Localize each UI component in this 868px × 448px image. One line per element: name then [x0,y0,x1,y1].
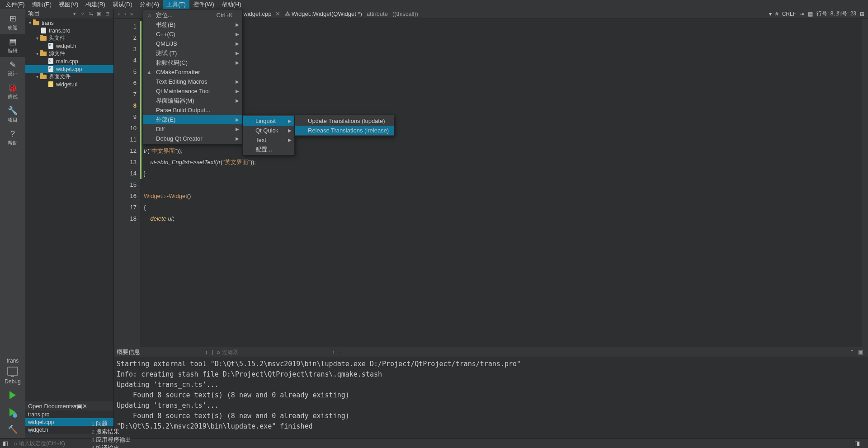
search-icon[interactable]: ⌕ [217,349,220,355]
mode-帮助[interactable]: ?帮助 [0,126,25,149]
run-debug-button[interactable] [9,408,16,416]
status-tab[interactable]: 3应用程序输出 [91,436,131,444]
menu-item[interactable]: 界面编辑器(M)▶ [143,96,242,105]
menu-5[interactable]: 分析(A) [136,0,163,9]
dropdown-icon[interactable]: ▾ [769,11,772,17]
menu-2[interactable]: 视图(V) [55,0,82,9]
menu-3[interactable]: 构建(B) [82,0,108,9]
menu-item[interactable]: 书签(B)▶ [143,20,242,29]
menu-item[interactable]: 外部(E)▶ [143,115,242,124]
doc-icon[interactable]: ▤ [808,11,813,17]
expand-arrow[interactable]: ▾ [34,36,40,41]
expand-arrow[interactable]: ▾ [34,74,40,79]
menu-6[interactable]: 工具(T) [163,0,189,9]
open-doc-row[interactable]: trans.pro [25,410,113,418]
menu-item-label: QML/JS [156,40,177,47]
split-icon[interactable]: ▣ [95,11,103,17]
mode-icon: ⊞ [8,14,18,24]
locator-input[interactable] [19,440,82,447]
sidebar-toggle-icon[interactable]: ◧ [3,440,8,447]
funnel-icon[interactable]: ▿ [79,11,86,17]
mode-编辑[interactable]: ▤编辑 [0,34,25,57]
menu-4[interactable]: 调试(D) [109,0,136,9]
close-icon[interactable]: ✕ [82,403,87,410]
menu-item[interactable]: ▲CMakeFormatter [143,67,242,77]
menu-item[interactable]: 配置... [243,145,294,154]
nav-fwd-icon[interactable]: › [122,11,128,17]
scrollbar[interactable] [862,19,868,347]
menu-item[interactable]: Qt Maintenance Tool▶ [143,86,242,96]
menu-item[interactable]: Debug Qt Creator▶ [143,134,242,143]
symbol-crumb[interactable]: ⁂ Widget::Widget(QWidget *) [285,10,362,17]
tree-row[interactable]: widget.h [25,42,113,50]
tree-row[interactable]: ▾界面文件 [25,73,113,80]
kit-project-name[interactable]: trans [7,356,19,366]
menu-8[interactable]: 帮助(H) [218,0,245,9]
collapse-icon[interactable]: ⊟ [104,11,111,17]
menu-item[interactable]: ⌕定位...Ctrl+K [143,10,242,20]
external-submenu[interactable]: Linguist▶Qt Quick▶Text▶配置... [242,115,295,156]
nav-fwd2-icon[interactable]: » [128,11,135,17]
mode-调试[interactable]: 🐞调试 [0,80,25,103]
indent-icon[interactable]: ⇥ [800,11,804,17]
filter-input[interactable] [222,349,267,355]
expand-arrow[interactable]: ▾ [34,51,40,56]
mode-项目[interactable]: 🔧项目 [0,103,25,126]
tools-menu[interactable]: ⌕定位...Ctrl+K书签(B)▶C++(C)▶QML/JS▶测试 (T)▶粘… [143,9,242,145]
menu-item[interactable]: 粘贴代码(C)▶ [143,58,242,67]
cursor-pos[interactable]: 行号: 8, 列号: 23 [816,10,856,18]
mode-欢迎[interactable]: ⊞欢迎 [0,11,25,34]
expand-arrow[interactable]: ▾ [27,20,33,25]
sort-icon[interactable]: ↕ [205,349,208,355]
project-tree[interactable]: ▾transtrans.pro▾头文件widget.h▾源文件main.cppw… [25,18,113,401]
minus-icon[interactable]: − [339,349,343,355]
output-pane[interactable]: Starting external tool "D:\Qt\5.15.2\msv… [114,357,868,438]
menu-item[interactable]: Parse Build Output... [143,105,242,115]
split-icon[interactable]: ▣ [77,403,82,410]
encoding[interactable]: # [775,11,778,17]
menu-item[interactable]: Update Translations (lupdate) [295,116,394,126]
menu-item[interactable]: Linguist▶ [243,116,294,126]
menu-7[interactable]: 控件(W) [189,0,218,9]
build-button[interactable]: 🔨 [8,424,18,434]
line-ending[interactable]: CRLF [782,11,796,17]
menu-item[interactable]: Text Editing Macros▶ [143,77,242,86]
menu-item[interactable]: C++(C)▶ [143,29,242,39]
filter-icon[interactable]: ▾ [71,11,78,17]
tree-row[interactable]: ▾源文件 [25,50,113,57]
dropdown-icon[interactable]: ▾ [74,403,77,410]
menu-0[interactable]: 文件(F) [2,0,28,9]
menu-item[interactable]: Text▶ [243,135,294,145]
menu-item[interactable]: 测试 (T)▶ [143,48,242,58]
menu-item[interactable]: Release Translations (lrelease) [295,126,394,135]
tree-row[interactable]: ▾trans [25,19,113,27]
status-tab[interactable]: 2搜索结果 [91,428,131,436]
tree-row[interactable]: widget.ui [25,80,113,88]
right-toggle-icon[interactable]: ◨ [854,440,860,447]
status-tab[interactable]: 1问题 [91,420,131,428]
status-tab[interactable]: 4编译输出 [91,444,131,448]
link-icon[interactable]: ⇆ [87,11,94,17]
menu-item[interactable]: QML/JS▶ [143,39,242,48]
nav-back-icon[interactable]: ‹ [116,11,122,17]
menu-item[interactable]: Diff▶ [143,124,242,134]
status-bar: ◧ ⌕ 1问题2搜索结果3应用程序输出4编译输出5Terminal9概要信息 ◨ [0,438,868,448]
close-file-icon[interactable]: ✕ [275,10,280,17]
locator[interactable]: ⌕ [14,440,82,447]
tree-row[interactable]: widget.cpp [25,65,113,73]
mode-设计[interactable]: ✎设计 [0,57,25,80]
menu-1[interactable]: 编辑(E) [28,0,55,9]
linguist-submenu[interactable]: Update Translations (lupdate)Release Tra… [295,115,394,137]
split-icon[interactable]: ⊞ [860,11,864,17]
plus-icon[interactable]: + [332,349,335,355]
tree-row[interactable]: trans.pro [25,27,113,34]
tree-row[interactable]: main.cpp [25,57,113,65]
popout-icon[interactable]: ▣ [858,349,863,355]
run-button[interactable] [9,391,16,399]
up-icon[interactable]: ⌃ [849,349,854,355]
menu-item[interactable]: Qt Quick▶ [243,126,294,135]
code-content[interactable]: t.h" dget *parent)nt)idget) is);Name->se… [140,19,862,347]
target-monitor-icon[interactable] [7,367,18,376]
tree-row[interactable]: ▾头文件 [25,34,113,42]
kit-config[interactable]: Debug [5,377,20,387]
